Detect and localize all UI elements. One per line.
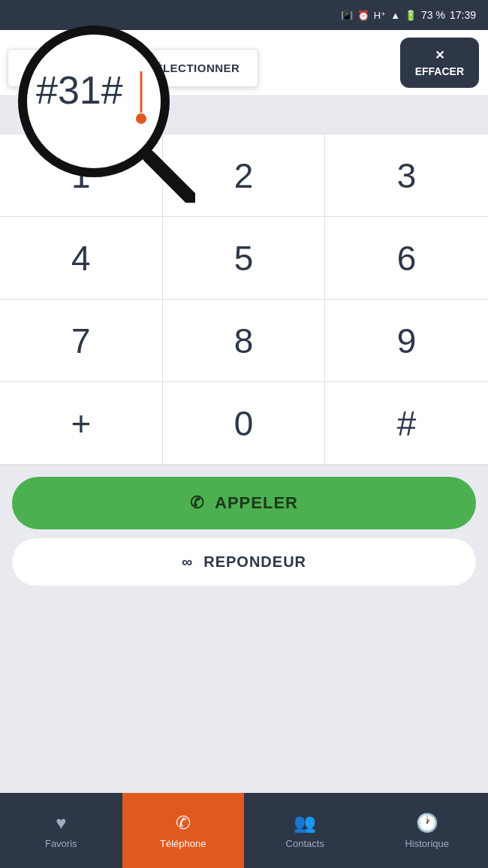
nav-favoris-label: Favoris (45, 838, 77, 849)
history-icon: 🕐 (416, 812, 438, 833)
nav-contacts-label: Contacts (286, 838, 324, 849)
key-6[interactable]: 6 (325, 217, 488, 300)
contacts-icon: 👥 (294, 812, 316, 833)
call-button[interactable]: ✆ APPELER (12, 477, 476, 529)
key-7[interactable]: 7 (0, 300, 163, 382)
phone-icon: ✆ (176, 812, 191, 833)
call-label: APPELER (215, 493, 298, 513)
key-0[interactable]: 0 (163, 382, 326, 465)
status-bar: 📳 ⏰ H⁺ ▲ 🔋 73 % 17:39 (0, 0, 488, 30)
svg-point-3 (136, 113, 146, 124)
delete-label: EFFACER (415, 65, 464, 77)
nav-telephone[interactable]: ✆ Téléphone (122, 793, 245, 868)
action-area: ✆ APPELER ∞ REPONDEUR (0, 465, 488, 598)
key-2[interactable]: 2 (163, 134, 326, 217)
key-9[interactable]: 9 (325, 300, 488, 382)
key-hash[interactable]: # (325, 382, 488, 465)
key-5[interactable]: 5 (163, 217, 326, 300)
key-4[interactable]: 4 (0, 217, 163, 300)
dialpad: 1 2 3 4 5 6 7 8 9 + 0 # (0, 134, 488, 465)
delete-button[interactable]: ✕ EFFACER (400, 38, 479, 88)
paste-button[interactable]: COLLER (8, 50, 94, 86)
key-plus[interactable]: + (0, 382, 163, 465)
key-1[interactable]: 1 (0, 134, 163, 217)
context-menu: COLLER TOUT SÉLECTIONNER (8, 49, 258, 87)
call-icon: ✆ (190, 493, 204, 513)
voicemail-icon: ∞ (182, 553, 193, 571)
voicemail-label: REPONDEUR (203, 553, 306, 571)
nav-telephone-label: Téléphone (160, 838, 206, 849)
nav-favoris[interactable]: ♥ Favoris (0, 793, 122, 868)
key-3[interactable]: 3 (325, 134, 488, 217)
nav-contacts[interactable]: 👥 Contacts (244, 793, 366, 868)
delete-x-icon: ✕ (435, 48, 444, 62)
bottom-nav: ♥ Favoris ✆ Téléphone 👥 Contacts 🕐 Histo… (0, 793, 488, 868)
battery-level: 73 % (421, 9, 445, 21)
select-all-button[interactable]: TOUT SÉLECTIONNER (94, 50, 258, 86)
network-icon: H⁺ (374, 10, 386, 21)
clock: 17:39 (450, 9, 476, 21)
battery-icon: 🔋 (405, 10, 417, 21)
heart-icon: ♥ (56, 812, 66, 833)
vibrate-icon: 📳 (341, 10, 353, 21)
alarm-icon: ⏰ (357, 10, 369, 21)
key-8[interactable]: 8 (163, 300, 326, 382)
voicemail-button[interactable]: ∞ REPONDEUR (12, 538, 476, 586)
nav-historique[interactable]: 🕐 Historique (366, 793, 489, 868)
nav-historique-label: Historique (405, 838, 449, 849)
signal-icon: ▲ (390, 10, 400, 21)
